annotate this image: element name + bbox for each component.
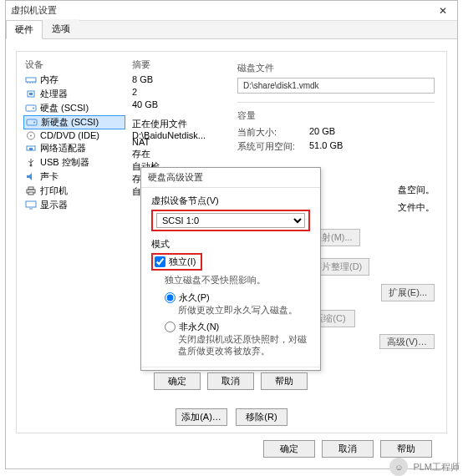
svg-point-12	[30, 134, 32, 136]
device-row-4[interactable]: CD/DVD (IDE)	[25, 129, 124, 141]
permanent-note: 所做更改立即永久写入磁盘。	[178, 304, 310, 316]
sub-dialog-title: 硬盘高级设置	[141, 168, 320, 188]
help-button[interactable]: 帮助	[380, 440, 432, 458]
independent-highlight: 独立(I)	[151, 253, 202, 271]
svg-point-15	[30, 165, 33, 167]
tab-bar: 硬件 选项	[6, 21, 457, 39]
device-row-1[interactable]: 处理器	[25, 87, 124, 101]
svg-rect-9	[27, 119, 37, 125]
sound-icon	[25, 172, 37, 181]
summary-row-6: 存在	[132, 148, 224, 160]
sub-ok-button[interactable]: 确定	[154, 372, 201, 390]
device-row-2[interactable]: 硬盘 (SCSI)	[25, 101, 124, 115]
close-icon[interactable]: ✕	[434, 5, 452, 17]
printer-icon	[25, 186, 37, 195]
permanent-label: 永久(P)	[179, 291, 210, 304]
diskfile-path[interactable]: D:\share\disk1.vmdk	[237, 78, 435, 94]
device-row-5[interactable]: 网络适配器	[25, 141, 124, 155]
mode-label: 模式	[151, 238, 310, 251]
independent-label: 独立(I)	[169, 256, 196, 268]
disk-icon	[25, 104, 37, 113]
advanced-disk-dialog: 硬盘高级设置 虚拟设备节点(V) SCSI 1:0 模式 独立(I) 独立磁盘不…	[140, 167, 321, 371]
device-name: 内存	[40, 73, 59, 86]
disk-icon	[26, 118, 38, 127]
virtual-node-select[interactable]: SCSI 1:0	[156, 213, 305, 228]
device-row-7[interactable]: 声卡	[25, 170, 124, 184]
independent-note: 独立磁盘不受快照影响。	[165, 274, 310, 286]
watermark: ☺ PLM工程师	[389, 458, 460, 476]
window-title: 虚拟机设置	[11, 4, 57, 17]
watermark-avatar-icon: ☺	[389, 458, 408, 476]
summary-row-1: 2	[132, 85, 224, 98]
device-row-8[interactable]: 打印机	[25, 184, 124, 198]
svg-rect-17	[28, 187, 33, 190]
display-icon	[25, 200, 37, 210]
summary-row-4: 正在使用文件 D:\BaiduNetdisk...	[132, 123, 224, 135]
cancel-button[interactable]: 取消	[322, 440, 374, 458]
current-size-value: 20 GB	[309, 126, 335, 139]
tab-options[interactable]: 选项	[43, 19, 79, 38]
diskfile-label: 磁盘文件	[237, 62, 435, 74]
capacity-label: 容量	[237, 109, 435, 122]
tab-hardware[interactable]: 硬件	[6, 20, 43, 39]
sub-help-button[interactable]: 帮助	[261, 372, 308, 390]
svg-point-10	[33, 122, 35, 124]
current-size-label: 当前大小:	[237, 126, 309, 139]
net-icon	[25, 144, 37, 153]
svg-rect-19	[26, 201, 36, 207]
device-name: 硬盘 (SCSI)	[40, 102, 89, 114]
device-name: USB 控制器	[40, 156, 89, 169]
cd-icon	[25, 131, 37, 140]
device-name: 处理器	[40, 88, 68, 100]
device-header: 设备	[25, 58, 124, 71]
device-row-9[interactable]: 显示器	[25, 198, 124, 212]
svg-rect-7	[26, 105, 36, 111]
remove-device-button[interactable]: 移除(R)	[236, 408, 287, 426]
cpu-icon	[25, 89, 37, 99]
nonpermanent-note: 关闭虚拟机或还原快照时，对磁盘所做更改将被放弃。	[178, 333, 310, 357]
nonpermanent-radio[interactable]	[165, 322, 176, 332]
permanent-radio[interactable]	[165, 292, 176, 303]
virtual-node-highlight: SCSI 1:0	[151, 210, 310, 231]
summary-row-2: 40 GB	[132, 98, 224, 110]
device-name: 网络适配器	[40, 142, 86, 154]
svg-rect-6	[29, 93, 33, 95]
device-name: 显示器	[40, 199, 68, 211]
device-row-3[interactable]: 新硬盘 (SCSI)	[23, 115, 125, 129]
device-name: CD/DVD (IDE)	[40, 130, 99, 140]
device-row-6[interactable]: USB 控制器	[25, 155, 124, 170]
svg-point-8	[33, 108, 34, 109]
ok-button[interactable]: 确定	[263, 440, 315, 458]
svg-rect-0	[26, 78, 36, 82]
free-space-label: 系统可用空间:	[237, 140, 309, 153]
independent-checkbox[interactable]	[155, 256, 165, 267]
virtual-node-label: 虚拟设备节点(V)	[151, 195, 310, 207]
advanced-button[interactable]: 高级(V)…	[379, 334, 435, 349]
memory-icon	[25, 75, 37, 84]
add-device-button[interactable]: 添加(A)…	[176, 408, 227, 426]
nonpermanent-label: 非永久(N)	[179, 321, 219, 333]
usb-icon	[25, 158, 37, 167]
device-name: 打印机	[40, 185, 68, 197]
sub-cancel-button[interactable]: 取消	[207, 372, 254, 390]
svg-rect-14	[29, 148, 33, 150]
titlebar: 虚拟机设置 ✕	[6, 1, 457, 21]
device-list: 内存处理器硬盘 (SCSI)新硬盘 (SCSI)CD/DVD (IDE)网络适配…	[25, 73, 124, 212]
device-name: 声卡	[40, 170, 59, 183]
free-space-value: 51.0 GB	[309, 140, 343, 153]
device-name: 新硬盘 (SCSI)	[41, 116, 99, 129]
summary-header: 摘要	[132, 58, 224, 71]
device-row-0[interactable]: 内存	[25, 73, 124, 87]
watermark-text: PLM工程师	[413, 461, 460, 473]
svg-rect-18	[28, 192, 33, 195]
summary-row-0: 8 GB	[132, 73, 224, 85]
expand-button[interactable]: 扩展(E)...	[381, 284, 435, 301]
